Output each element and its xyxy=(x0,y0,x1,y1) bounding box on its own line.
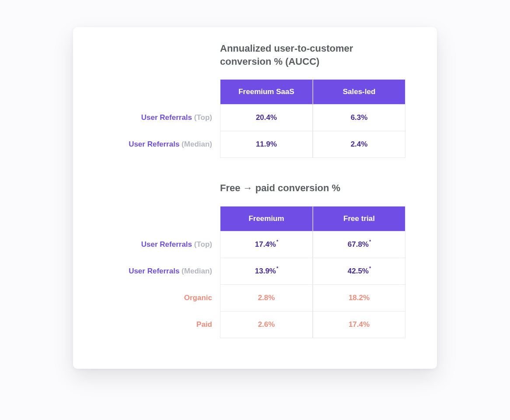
table2-row0: User Referrals (Top) 17.4%* 67.8%* xyxy=(119,231,406,258)
table2-row0-cell0: 17.4%* xyxy=(220,231,313,258)
table2-header-row: Freemium Free trial xyxy=(119,206,406,231)
table2-title: Free → paid conversion % xyxy=(220,182,405,195)
table2-row2-label: Organic xyxy=(119,285,220,312)
table2-col0: Freemium xyxy=(220,206,313,231)
table2-row1-label: User Referrals (Median) xyxy=(119,258,220,285)
table2-row3-label: Paid xyxy=(119,312,220,338)
table2-row3-cell1: 17.4% xyxy=(313,312,405,338)
table2-row0-label: User Referrals (Top) xyxy=(119,231,220,258)
table2-row0-cell1: 67.8%* xyxy=(313,231,405,258)
table1-col1: Sales-led xyxy=(313,79,405,105)
asterisk-icon: * xyxy=(369,239,371,244)
table1-header-row: Freemium SaaS Sales-led xyxy=(119,79,406,105)
asterisk-icon: * xyxy=(276,266,278,271)
table2-row3-cell0: 2.6% xyxy=(220,312,313,338)
table2-row2-cell1: 18.2% xyxy=(313,285,405,312)
table2-row2-cell0: 2.8% xyxy=(220,285,313,312)
table2-row1-cell1: 42.5%* xyxy=(313,258,405,285)
table1-row0-cell0: 20.4% xyxy=(220,105,313,131)
table2-col1: Free trial xyxy=(313,206,405,231)
table2-row2: Organic 2.8% 18.2% xyxy=(119,285,406,312)
asterisk-icon: * xyxy=(369,266,371,271)
table1-col0: Freemium SaaS xyxy=(220,79,313,105)
table2-row3: Paid 2.6% 17.4% xyxy=(119,312,406,338)
table1-title: Annualized user-to-customer conversion %… xyxy=(220,42,405,68)
table1-row1: User Referrals (Median) 11.9% 2.4% xyxy=(119,131,406,158)
table1-title-row: Annualized user-to-customer conversion %… xyxy=(119,42,406,79)
table2-row1: User Referrals (Median) 13.9%* 42.5%* xyxy=(119,258,406,285)
table1-row1-cell0: 11.9% xyxy=(220,131,313,158)
table1-row0-cell1: 6.3% xyxy=(313,105,405,131)
card: Annualized user-to-customer conversion %… xyxy=(73,27,437,369)
table1-row0-label: User Referrals (Top) xyxy=(119,105,220,131)
table1-row0: User Referrals (Top) 20.4% 6.3% xyxy=(119,105,406,131)
table2-row1-cell0: 13.9%* xyxy=(220,258,313,285)
table1-row1-label: User Referrals (Median) xyxy=(119,131,220,158)
table2-title-row: Free → paid conversion % xyxy=(119,182,406,206)
asterisk-icon: * xyxy=(276,239,278,244)
table1-row1-cell1: 2.4% xyxy=(313,131,405,158)
